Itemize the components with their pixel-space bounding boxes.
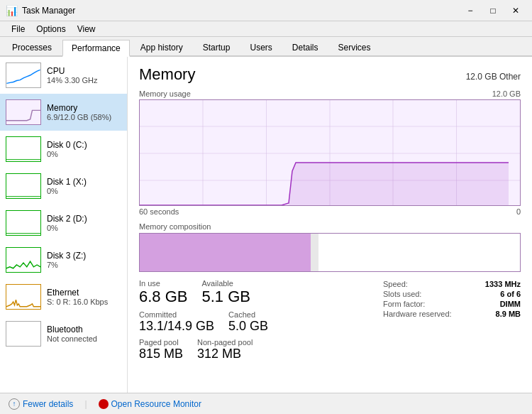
disk0-value: 0% (47, 150, 121, 158)
cpu-name: CPU (47, 66, 121, 76)
fewer-details-label: Fewer details (23, 399, 73, 409)
chart-label: Memory usage 12.0 GB (139, 89, 521, 98)
cpu-value: 14% 3.30 GHz (47, 76, 121, 85)
sidebar-item-disk2[interactable]: Disk 2 (D:) 0% (0, 205, 127, 241)
svg-rect-1 (6, 137, 40, 162)
sidebar-item-memory[interactable]: Memory 6.9/12.0 GB (58%) (0, 94, 127, 131)
chart-time-labels: 60 seconds 0 (139, 207, 521, 216)
disk1-thumbnail (6, 173, 41, 199)
stat-available-value: 5.1 GB (201, 288, 250, 306)
stat-in-use-label: In use (139, 279, 187, 288)
sidebar-item-cpu[interactable]: CPU 14% 3.30 GHz (0, 57, 127, 94)
app-icon: 📊 (6, 5, 18, 16)
stat-nonpaged-pool: Non-paged pool 312 MB (197, 338, 253, 361)
resource-monitor-icon (99, 399, 109, 409)
disk2-info: Disk 2 (D:) 0% (47, 214, 121, 232)
stats-row3: Paged pool 815 MB Non-paged pool 312 MB (139, 338, 372, 361)
sidebar: CPU 14% 3.30 GHz Memory 6.9/12.0 GB (58%… (0, 57, 128, 393)
stat-cached-value: 5.0 GB (228, 319, 268, 334)
stat-committed-label: Committed (139, 310, 214, 319)
stat-available: Available 5.1 GB (201, 279, 250, 306)
svg-rect-2 (6, 174, 40, 199)
stat-available-label: Available (201, 279, 250, 288)
disk3-info: Disk 3 (Z:) 7% (47, 251, 121, 269)
close-button[interactable]: ✕ (505, 4, 526, 18)
disk0-name: Disk 0 (C:) (47, 140, 121, 150)
tab-startup[interactable]: Startup (194, 38, 240, 55)
svg-rect-5 (6, 285, 40, 310)
stat-paged-value: 815 MB (139, 347, 183, 361)
disk3-value: 7% (47, 261, 121, 269)
stat-paged-pool: Paged pool 815 MB (139, 338, 183, 361)
content-title: Memory (139, 65, 195, 84)
title-bar-controls: − □ ✕ (460, 4, 526, 18)
detail-slots-label: Slots used: (383, 290, 421, 298)
stat-paged-label: Paged pool (139, 338, 183, 347)
detail-hw-reserved: Hardware reserved: 8.9 MB (383, 309, 521, 319)
stats-row2: Committed 13.1/14.9 GB Cached 5.0 GB (139, 310, 372, 334)
disk0-thumbnail (6, 136, 41, 162)
stats-right: Speed: 1333 MHz Slots used: 6 of 6 Form … (372, 279, 521, 361)
tab-processes[interactable]: Processes (3, 38, 61, 55)
ethernet-value: S: 0 R: 16.0 Kbps (47, 298, 121, 306)
fewer-details-icon: ↑ (9, 398, 20, 410)
menu-file[interactable]: File (6, 23, 31, 36)
detail-slots-value: 6 of 6 (500, 290, 521, 298)
open-resource-monitor-link[interactable]: Open Resource Monitor (99, 399, 201, 409)
cpu-thumbnail (6, 62, 41, 88)
sidebar-item-disk1[interactable]: Disk 1 (X:) 0% (0, 168, 127, 205)
sidebar-item-disk0[interactable]: Disk 0 (C:) 0% (0, 131, 127, 168)
stat-committed-value: 13.1/14.9 GB (139, 319, 214, 334)
fewer-details-link[interactable]: ↑ Fewer details (9, 398, 73, 410)
tab-services[interactable]: Services (329, 38, 380, 55)
bluetooth-info: Bluetooth Not connected (47, 325, 121, 343)
disk1-info: Disk 1 (X:) 0% (47, 177, 121, 195)
composition-label: Memory composition (139, 222, 211, 231)
ethernet-info: Ethernet S: 0 R: 16.0 Kbps (47, 288, 121, 306)
composition-label-wrapper: Memory composition (139, 222, 521, 231)
chart-label-text: Memory usage (139, 89, 191, 98)
sidebar-item-bluetooth[interactable]: Bluetooth Not connected (0, 315, 127, 352)
memory-usage-chart (139, 99, 521, 206)
title-bar: 📊 Task Manager − □ ✕ (0, 0, 532, 21)
tab-users[interactable]: Users (240, 38, 281, 55)
maximize-button[interactable]: □ (482, 4, 504, 18)
detail-slots: Slots used: 6 of 6 (383, 289, 521, 299)
sidebar-item-ethernet[interactable]: Ethernet S: 0 R: 16.0 Kbps (0, 278, 127, 315)
footer: ↑ Fewer details | Open Resource Monitor (0, 393, 532, 414)
app-title: Task Manager (22, 6, 75, 16)
svg-marker-15 (140, 163, 509, 205)
disk3-name: Disk 3 (Z:) (47, 251, 121, 261)
menu-view[interactable]: View (72, 23, 101, 36)
menu-options[interactable]: Options (31, 23, 71, 36)
detail-hwr-value: 8.9 MB (496, 310, 521, 318)
stats-left: In use 6.8 GB Available 5.1 GB Committed… (139, 279, 372, 361)
chart-time-start: 60 seconds (139, 207, 179, 216)
memory-composition-chart (139, 233, 521, 272)
tab-performance[interactable]: Performance (62, 40, 130, 57)
bluetooth-name: Bluetooth (47, 325, 121, 334)
sidebar-item-disk3[interactable]: Disk 3 (Z:) 7% (0, 241, 127, 278)
chart-max-label: 12.0 GB (492, 89, 521, 98)
stat-cached-label: Cached (228, 310, 268, 319)
ethernet-name: Ethernet (47, 288, 121, 298)
detail-ff-value: DIMM (500, 300, 521, 308)
minimize-button[interactable]: − (460, 4, 481, 18)
footer-separator: | (84, 399, 87, 409)
stats-section: In use 6.8 GB Available 5.1 GB Committed… (139, 279, 521, 361)
detail-speed-value: 1333 MHz (485, 280, 521, 288)
mem-comp-gap (311, 234, 318, 271)
svg-rect-3 (6, 211, 40, 236)
resource-monitor-label: Open Resource Monitor (111, 399, 201, 409)
chart-time-end: 0 (516, 207, 521, 216)
tab-app-history[interactable]: App history (131, 38, 192, 55)
disk0-info: Disk 0 (C:) 0% (47, 140, 121, 158)
content-panel: Memory 12.0 GB Other Memory usage 12.0 G… (128, 57, 532, 393)
bluetooth-value: Not connected (47, 334, 121, 343)
detail-ff-label: Form factor: (383, 300, 425, 308)
memory-thumbnail (6, 99, 41, 125)
stat-cached: Cached 5.0 GB (228, 310, 268, 334)
detail-speed-label: Speed: (383, 280, 408, 288)
tab-details[interactable]: Details (283, 38, 328, 55)
stat-in-use: In use 6.8 GB (139, 279, 187, 306)
